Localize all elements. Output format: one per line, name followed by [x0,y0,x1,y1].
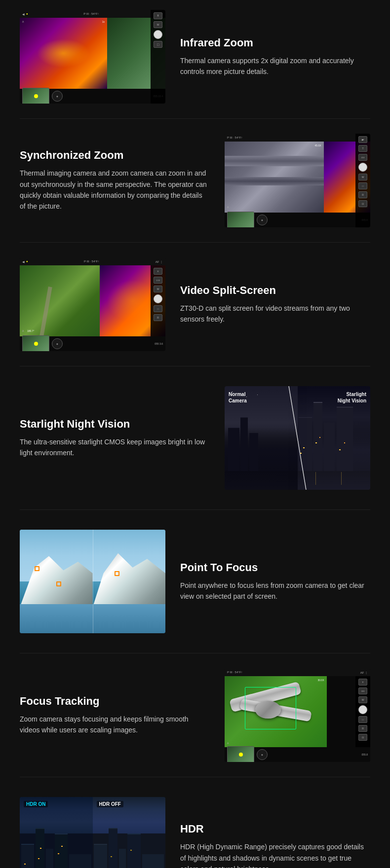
video-split-screen-title: Video Split-Screen [180,284,370,297]
infrared-zoom-text: Infrared Zoom Thermal camera supports 2x… [180,36,370,77]
video-split-screen-text: Video Split-Screen ZT30-D can split scre… [180,284,370,325]
starlight-label-normal: NormalCamera [229,391,247,404]
focus-tracking-description: Zoom camera stays focusing and keeps fil… [20,714,210,736]
infrared-zoom-section: ◀ ● P III · 54°F↑ AF ⋮ A 1x AHS T [0,0,390,118]
infrared-zoom-title: Infrared Zoom [180,36,370,49]
infrared-zoom-image: ◀ ● P III · 54°F↑ AF ⋮ A 1x AHS T [20,10,165,104]
svg-line-0 [289,386,306,490]
point-to-focus-title: Point To Focus [180,561,370,574]
starlight-title: Starlight Night Vision [20,418,210,431]
synchronized-zoom-image: P III · 54°F↑ AF ⋮ A 45.0X 065.6 [225,134,370,227]
hdr-section: HDR ON HDR OFF HDR [0,777,390,868]
synchronized-zoom-title: Synchronized Zoom [20,149,210,162]
video-split-screen-image: ◀ ● P III · 54°F↑ AF ⋮ A 180.7° 1.0X [20,257,165,351]
focus-tracking-section: P III · 54°F↑ AF ⋮ A 30.0X [0,653,390,777]
infrared-zoom-description: Thermal camera supports 2x digital zoom … [180,55,370,77]
point-to-focus-description: Point anywhere to focus lens from zoom c… [180,580,370,602]
focus-tracking-text: Focus Tracking Zoom camera stays focusin… [20,695,210,736]
hdr-text: HDR HDR (High Dynamic Range) precisely c… [180,823,370,868]
hdr-image: HDR ON HDR OFF [20,797,165,868]
hdr-description: HDR (High Dynamic Range) precisely captu… [180,841,370,868]
video-split-screen-description: ZT30-D can split screen for video stream… [180,303,370,325]
point-to-focus-text: Point To Focus Point anywhere to focus l… [180,561,370,602]
hdr-title: HDR [180,823,370,835]
synchronized-zoom-description: Thermal imaging camera and zoom camera c… [20,168,210,212]
point-to-focus-image [20,530,165,633]
point-to-focus-section: Point To Focus Point anywhere to focus l… [0,510,390,653]
synchronized-zoom-text: Synchronized Zoom Thermal imaging camera… [20,149,210,212]
synchronized-zoom-section: P III · 54°F↑ AF ⋮ A 45.0X 065.6 [0,119,390,242]
starlight-image: NormalCamera StarlightNight Vision [225,386,370,490]
hdr-on-label: HDR ON [24,801,48,807]
starlight-description: The ultra-sensitive starlight CMOS keep … [20,436,210,459]
starlight-label-night: StarlightNight Vision [338,391,366,404]
hdr-off-label: HDR OFF [97,801,123,807]
focus-tracking-title: Focus Tracking [20,695,210,708]
starlight-section: NormalCamera StarlightNight Vision Starl… [0,366,390,509]
starlight-text: Starlight Night Vision The ultra-sensiti… [20,418,210,459]
video-split-screen-section: ◀ ● P III · 54°F↑ AF ⋮ A 180.7° 1.0X [0,243,390,366]
focus-tracking-image: P III · 54°F↑ AF ⋮ A 30.0X [225,668,370,762]
